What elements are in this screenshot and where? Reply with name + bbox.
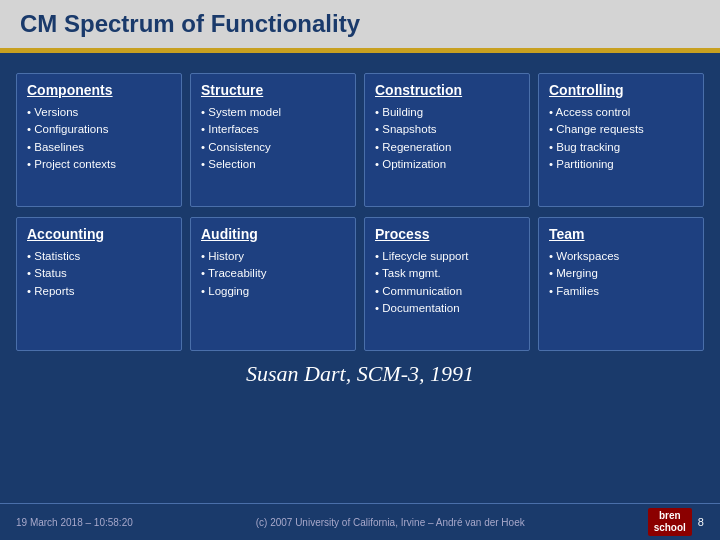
list-item: System model (201, 104, 345, 121)
list-item: Task mgmt. (375, 265, 519, 282)
page-number: 8 (698, 516, 704, 528)
list-item: Partitioning (549, 156, 693, 173)
list-item: Versions (27, 104, 171, 121)
cell-team-title: Team (549, 226, 693, 242)
cell-auditing: Auditing History Traceability Logging (190, 217, 356, 351)
list-item: Configurations (27, 121, 171, 138)
slide-title: CM Spectrum of Functionality (20, 10, 700, 38)
cell-auditing-list: History Traceability Logging (201, 248, 345, 300)
cell-construction: Construction Building Snapshots Regenera… (364, 73, 530, 207)
cell-components-title: Components (27, 82, 171, 98)
list-item: Merging (549, 265, 693, 282)
list-item: History (201, 248, 345, 265)
cell-team-list: Workspaces Merging Families (549, 248, 693, 300)
list-item: Communication (375, 283, 519, 300)
cell-controlling-title: Controlling (549, 82, 693, 98)
list-item: Logging (201, 283, 345, 300)
cell-accounting: Accounting Statistics Status Reports (16, 217, 182, 351)
list-item: Lifecycle support (375, 248, 519, 265)
list-item: Documentation (375, 300, 519, 317)
bren-logo: bren school (648, 508, 692, 536)
list-item: Selection (201, 156, 345, 173)
list-item: Baselines (27, 139, 171, 156)
list-item: Reports (27, 283, 171, 300)
list-item: Workspaces (549, 248, 693, 265)
cell-controlling-list: Access control Change requests Bug track… (549, 104, 693, 173)
cell-accounting-list: Statistics Status Reports (27, 248, 171, 300)
list-item: Access control (549, 104, 693, 121)
list-item: Snapshots (375, 121, 519, 138)
list-item: Interfaces (201, 121, 345, 138)
list-item: Statistics (27, 248, 171, 265)
cell-construction-list: Building Snapshots Regeneration Optimiza… (375, 104, 519, 173)
list-item: Optimization (375, 156, 519, 173)
cell-controlling: Controlling Access control Change reques… (538, 73, 704, 207)
grid-row-2: Accounting Statistics Status Reports Aud… (16, 217, 704, 351)
cell-accounting-title: Accounting (27, 226, 171, 242)
bren-logo-line2: school (654, 522, 686, 534)
list-item: Consistency (201, 139, 345, 156)
list-item: Change requests (549, 121, 693, 138)
cell-process-list: Lifecycle support Task mgmt. Communicati… (375, 248, 519, 317)
attribution-text: Susan Dart, SCM-3, 1991 (246, 361, 474, 386)
cell-team: Team Workspaces Merging Families (538, 217, 704, 351)
cell-construction-title: Construction (375, 82, 519, 98)
list-item: Families (549, 283, 693, 300)
footer-copyright: (c) 2007 University of California, Irvin… (256, 517, 525, 528)
bottom-bar: 19 March 2018 – 10:58:20 (c) 2007 Univer… (0, 503, 720, 540)
list-item: Bug tracking (549, 139, 693, 156)
slide: CM Spectrum of Functionality Components … (0, 0, 720, 540)
footer-date: 19 March 2018 – 10:58:20 (16, 517, 133, 528)
footer-right: bren school 8 (648, 508, 704, 536)
cell-process: Process Lifecycle support Task mgmt. Com… (364, 217, 530, 351)
list-item: Status (27, 265, 171, 282)
list-item: Regeneration (375, 139, 519, 156)
cell-components-list: Versions Configurations Baselines Projec… (27, 104, 171, 173)
list-item: Traceability (201, 265, 345, 282)
cell-structure-list: System model Interfaces Consistency Sele… (201, 104, 345, 173)
cell-structure: Structure System model Interfaces Consis… (190, 73, 356, 207)
content-area: Components Versions Configurations Basel… (0, 59, 720, 503)
grid-row-1: Components Versions Configurations Basel… (16, 73, 704, 207)
cell-process-title: Process (375, 226, 519, 242)
cell-components: Components Versions Configurations Basel… (16, 73, 182, 207)
cell-auditing-title: Auditing (201, 226, 345, 242)
gold-divider (0, 51, 720, 53)
attribution-area: Susan Dart, SCM-3, 1991 (16, 361, 704, 495)
bren-logo-line1: bren (659, 510, 681, 522)
list-item: Project contexts (27, 156, 171, 173)
title-bar: CM Spectrum of Functionality (0, 0, 720, 51)
list-item: Building (375, 104, 519, 121)
cell-structure-title: Structure (201, 82, 345, 98)
